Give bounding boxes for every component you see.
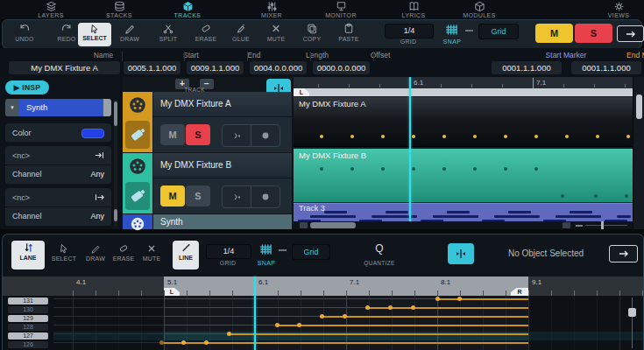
midi-note[interactable] — [508, 211, 531, 214]
editor-zoom-slider[interactable] — [626, 298, 639, 348]
automation-point[interactable] — [350, 135, 354, 138]
automation-point[interactable] — [504, 167, 507, 171]
vscroll-handle[interactable] — [636, 94, 642, 119]
playhead[interactable] — [409, 77, 411, 222]
automation-point[interactable] — [227, 332, 231, 336]
midi-note[interactable] — [556, 215, 585, 218]
glue-tool-button[interactable]: GLUE — [223, 23, 258, 42]
zoom-slider-handle[interactable] — [601, 221, 604, 229]
tab-modules[interactable]: MODULES — [452, 1, 506, 18]
lane-label[interactable]: 126 — [8, 341, 48, 348]
input-port[interactable]: <nc> — [12, 151, 30, 160]
track-name[interactable]: Synth — [153, 214, 292, 229]
track-solo-button[interactable]: S — [186, 186, 210, 206]
track-mute-button[interactable]: M — [160, 124, 185, 145]
offset-field[interactable]: 0000.0.0.000 — [313, 61, 370, 74]
lane-label[interactable]: 131 — [8, 298, 48, 304]
automation-point[interactable] — [297, 323, 301, 327]
editor-mute-button[interactable]: MUTE — [134, 243, 169, 262]
automation-segment[interactable] — [322, 316, 528, 318]
lane-label[interactable]: 128 — [8, 324, 48, 331]
zoom-slider-handle[interactable] — [628, 308, 636, 317]
automation-point[interactable] — [457, 297, 462, 301]
tab-layers[interactable]: LAYERS — [26, 1, 75, 18]
start-marker-field[interactable]: 0001.1.1.000 — [492, 61, 562, 74]
end-field[interactable]: 0009.1.1.000 — [187, 61, 244, 74]
automation-point[interactable] — [626, 135, 630, 138]
editor-grid-value[interactable]: 1/4 — [206, 244, 251, 259]
split-tool-button[interactable]: SPLIT — [151, 23, 186, 42]
automation-point[interactable] — [442, 135, 446, 138]
clip-dmx-fixture-b[interactable]: My DMX Fixture B — [294, 148, 633, 203]
editor-grid[interactable] — [3, 296, 643, 350]
automation-point[interactable] — [435, 297, 440, 301]
select-tool-button[interactable]: SELECT — [78, 23, 111, 46]
midi-note[interactable] — [570, 211, 592, 214]
record-enable-button[interactable] — [251, 125, 280, 146]
lane-label[interactable]: 130 — [8, 306, 48, 313]
editor-scrub-button[interactable] — [448, 243, 474, 264]
midi-note[interactable] — [386, 211, 408, 214]
editor-ruler[interactable]: L R 4.15.16.17.18.19.1 — [3, 276, 643, 296]
hscroll-handle[interactable] — [310, 222, 356, 228]
global-solo-button[interactable]: S — [575, 24, 612, 43]
line-tool-button[interactable]: LINE — [173, 241, 199, 270]
inspector-toggle-button[interactable]: ▶ INSP — [5, 80, 49, 94]
automation-point[interactable] — [473, 167, 477, 171]
editor-snap-icon[interactable] — [258, 242, 273, 256]
midi-note[interactable] — [617, 215, 631, 218]
grid-mode-select[interactable]: Grid — [478, 24, 519, 39]
midi-note[interactable] — [310, 215, 340, 218]
drag-handle[interactable] — [103, 99, 111, 116]
editor-playhead[interactable] — [254, 276, 256, 350]
output-port[interactable]: <nc> — [12, 193, 30, 202]
input-icon[interactable] — [94, 150, 105, 161]
automation-point[interactable] — [381, 135, 385, 138]
fold-button[interactable] — [223, 186, 251, 207]
automation-point[interactable] — [388, 305, 393, 310]
output-channel-value[interactable]: Any — [90, 212, 104, 220]
snap-icon[interactable] — [444, 23, 459, 37]
tab-views[interactable]: VIEWS — [598, 1, 640, 18]
track-name[interactable]: My DMX Fixture B — [153, 153, 292, 178]
track-solo-button[interactable]: S — [186, 124, 210, 145]
clip-track-3[interactable]: Track 3 — [294, 203, 633, 222]
automation-point[interactable] — [411, 305, 415, 310]
lane-label[interactable]: 127 — [8, 332, 48, 340]
timeline-hscroll[interactable] — [294, 221, 633, 229]
automation-point[interactable] — [412, 135, 415, 138]
zoom-button[interactable] — [563, 222, 570, 228]
record-enable-button[interactable] — [251, 186, 280, 207]
automation-point[interactable] — [504, 135, 507, 138]
midi-note[interactable] — [324, 211, 347, 214]
automation-point[interactable] — [350, 167, 354, 171]
scroll-button[interactable] — [300, 222, 308, 228]
name-field[interactable]: My DMX Fixture A — [9, 61, 120, 74]
automation-segment[interactable] — [437, 298, 528, 300]
midi-note[interactable] — [494, 215, 524, 218]
track-mute-button[interactable]: M — [160, 186, 185, 206]
automation-segment[interactable] — [229, 333, 528, 335]
tab-monitor[interactable]: MONITOR — [314, 1, 368, 18]
editor-forward-button[interactable] — [609, 245, 638, 262]
midi-note[interactable] — [461, 215, 478, 218]
input-channel-value[interactable]: Any — [90, 170, 104, 178]
automation-point[interactable] — [381, 167, 385, 171]
midi-note[interactable] — [400, 215, 417, 218]
automation-point[interactable] — [412, 167, 415, 171]
color-row[interactable]: Color — [5, 123, 111, 142]
automation-segment[interactable] — [161, 342, 528, 344]
timeline-ruler[interactable]: 6.17.1 — [294, 77, 633, 88]
automation-point[interactable] — [596, 135, 599, 138]
paste-button[interactable]: PASTE — [331, 23, 366, 42]
inspector-scrollbar[interactable] — [114, 99, 117, 228]
automation-point[interactable] — [181, 340, 186, 345]
automation-point[interactable] — [473, 135, 477, 138]
midi-note[interactable] — [433, 215, 463, 218]
clip-dmx-fixture-a[interactable]: My DMX Fixture A — [294, 97, 633, 147]
grid-value-display[interactable]: 1/4 — [385, 24, 434, 38]
automation-point[interactable] — [534, 167, 538, 171]
loop-start-flag[interactable]: L — [294, 88, 309, 96]
automation-point[interactable] — [534, 135, 538, 138]
track-name[interactable]: My DMX Fixture A — [153, 92, 292, 116]
